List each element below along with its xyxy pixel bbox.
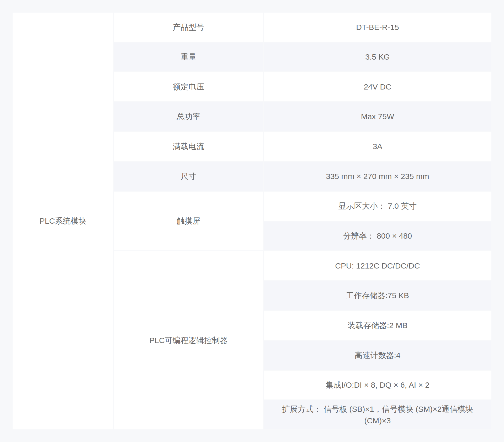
spec-value-weight: 3.5 KG (264, 43, 491, 72)
group-cell-plc-system-module: PLC系统模块 (13, 13, 113, 429)
spec-value-resolution: 分辨率： 800 × 480 (264, 222, 491, 251)
spec-label-dimensions: 尺寸 (114, 162, 263, 191)
spec-value-full-load-current: 3A (264, 132, 491, 161)
spec-value-high-speed-counter: 高速计数器:4 (264, 341, 491, 370)
spec-label-total-power: 总功率 (114, 102, 263, 131)
spec-label-rated-voltage: 额定电压 (114, 72, 263, 101)
spec-label-product-model: 产品型号 (114, 13, 263, 42)
spec-table: PLC系统模块 产品型号 重量 额定电压 总功率 满载电流 尺寸 触摸屏 PLC… (13, 13, 491, 429)
spec-value-integrated-io: 集成I/O:DI × 8, DQ × 6, AI × 2 (264, 371, 491, 400)
spec-value-total-power: Max 75W (264, 102, 491, 131)
spec-value-cpu: CPU: 1212C DC/DC/DC (264, 251, 491, 280)
spec-value-rated-voltage: 24V DC (264, 72, 491, 101)
spec-value-expansion-options: 扩展方式： 信号板 (SB)×1，信号模块 (SM)×2通信模块 (CM)×3 (264, 400, 491, 429)
spec-value-dimensions: 335 mm × 270 mm × 235 mm (264, 162, 491, 191)
spec-value-work-memory: 工作存储器:75 KB (264, 281, 491, 310)
spec-value-product-model: DT-BE-R-15 (264, 13, 491, 42)
spec-label-weight: 重量 (114, 43, 263, 72)
spec-value-display-size: 显示区大小： 7.0 英寸 (264, 192, 491, 221)
spec-value-load-memory: 装载存储器:2 MB (264, 311, 491, 340)
spec-label-full-load-current: 满载电流 (114, 132, 263, 161)
spec-label-touchscreen: 触摸屏 (114, 192, 263, 250)
spec-label-plc-controller: PLC可编程逻辑控制器 (114, 251, 263, 429)
